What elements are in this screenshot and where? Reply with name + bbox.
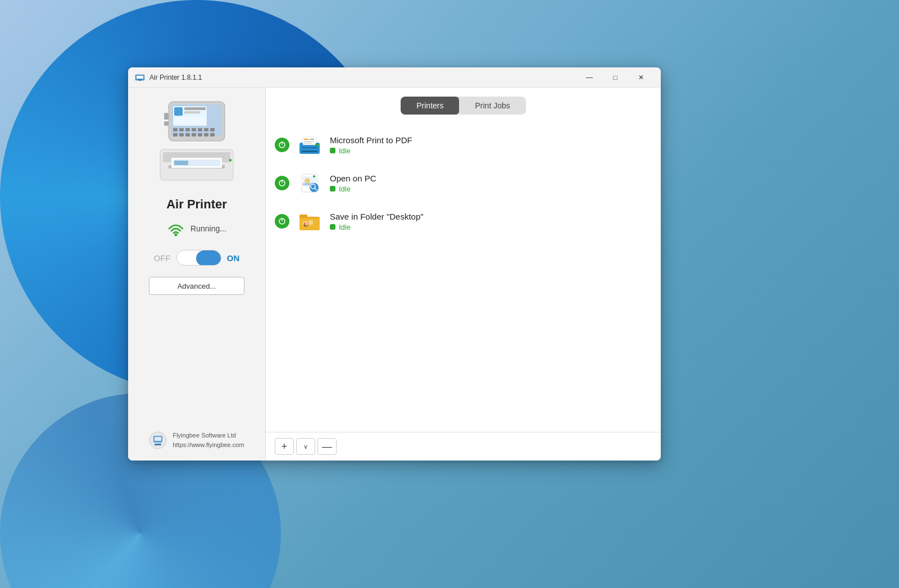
- status-dot-1: [330, 148, 335, 153]
- tab-printers[interactable]: Printers: [401, 97, 459, 115]
- svg-rect-25: [164, 113, 169, 120]
- svg-rect-20: [185, 133, 190, 136]
- footer-info: Flyingbee Software Ltd https://www.flyin…: [172, 431, 244, 449]
- printer-1-name: Microsoft Print to PDF: [330, 135, 652, 145]
- svg-rect-63: [299, 215, 307, 218]
- svg-rect-17: [210, 128, 215, 131]
- svg-rect-10: [174, 117, 206, 124]
- svg-text:🎉: 🎉: [302, 221, 309, 229]
- power-on-icon-3: [275, 214, 289, 229]
- pdf-printer-icon-container: [297, 133, 322, 157]
- printer-3-status-text: Idle: [339, 223, 351, 231]
- svg-text:●: ●: [229, 157, 232, 163]
- svg-rect-26: [164, 121, 169, 126]
- main-window: Air Printer 1.8.1.1 — □ ✕: [128, 67, 661, 461]
- window-controls: — □ ✕: [576, 67, 654, 88]
- printer-2-info: Open on PC Idle: [330, 174, 652, 193]
- svg-point-49: [315, 143, 319, 147]
- printer-1-status: Idle: [330, 147, 652, 155]
- svg-point-54: [305, 178, 310, 184]
- svg-rect-15: [198, 128, 202, 131]
- svg-rect-21: [192, 133, 196, 136]
- printer-3-status: Idle: [330, 223, 652, 231]
- tab-group: Printers Print Jobs: [401, 97, 525, 115]
- footer-url: https://www.flyingbee.com: [172, 440, 244, 450]
- printer-item[interactable]: Open on PC Idle: [266, 164, 661, 202]
- svg-rect-9: [184, 111, 200, 113]
- svg-rect-3: [139, 80, 141, 81]
- printer-illustration: ●: [152, 99, 242, 192]
- advanced-button[interactable]: Advanced...: [149, 277, 244, 295]
- svg-rect-16: [204, 128, 208, 131]
- window-title: Air Printer 1.8.1.1: [149, 74, 576, 81]
- toggle-thumb: [196, 250, 221, 266]
- svg-rect-12: [179, 128, 184, 131]
- svg-rect-13: [185, 128, 190, 131]
- maximize-button[interactable]: □: [602, 67, 628, 88]
- expand-button[interactable]: ∨: [296, 438, 315, 455]
- printer-3-info: Save in Folder "Desktop" Idle: [330, 212, 652, 231]
- svg-rect-8: [184, 107, 206, 110]
- footer-logo: [149, 431, 167, 449]
- svg-rect-1: [137, 76, 143, 79]
- svg-rect-22: [198, 133, 202, 136]
- minimize-button[interactable]: —: [576, 67, 602, 88]
- running-status: Running...: [190, 224, 226, 233]
- printer-1-info: Microsoft Print to PDF Idle: [330, 135, 652, 155]
- status-dot-2: [330, 186, 335, 192]
- toggle-on-label: ON: [227, 253, 240, 263]
- svg-point-59: [313, 175, 315, 177]
- title-bar: Air Printer 1.8.1.1 — □ ✕: [128, 67, 661, 88]
- svg-rect-14: [192, 128, 196, 131]
- close-button[interactable]: ✕: [628, 67, 654, 88]
- svg-rect-7: [174, 107, 183, 116]
- printer-2-name: Open on PC: [330, 174, 652, 183]
- svg-rect-45: [310, 139, 314, 140]
- svg-rect-37: [155, 437, 161, 441]
- right-panel: Printers Print Jobs: [266, 88, 661, 461]
- printer-2-status: Idle: [330, 185, 652, 193]
- svg-rect-11: [173, 128, 178, 131]
- svg-rect-38: [155, 444, 161, 445]
- printers-list: Microsoft Print to PDF Idle: [266, 121, 661, 432]
- power-on-icon: [275, 138, 289, 152]
- add-printer-button[interactable]: +: [275, 438, 294, 455]
- power-on-icon-2: [275, 176, 289, 190]
- printer-item[interactable]: Microsoft Print to PDF Idle: [266, 126, 661, 164]
- svg-rect-48: [302, 151, 317, 152]
- status-dot-3: [330, 224, 335, 230]
- footer-company: Flyingbee Software Ltd: [172, 431, 244, 440]
- printer-item[interactable]: 🎉 Save in Folder "Desktop" Idle: [266, 202, 661, 240]
- tabs-bar: Printers Print Jobs: [266, 88, 661, 121]
- left-footer: Flyingbee Software Ltd https://www.flyin…: [149, 431, 244, 449]
- wifi-status: Running...: [167, 221, 226, 236]
- folder-icon-container: 🎉: [297, 209, 322, 234]
- printer-svg: ●: [152, 99, 242, 192]
- openpc-icon-container: [297, 171, 322, 195]
- printer-1-status-text: Idle: [339, 147, 351, 155]
- printer-2-status-text: Idle: [339, 185, 351, 193]
- bottom-toolbar: + ∨ —: [266, 432, 661, 461]
- svg-rect-23: [204, 133, 208, 136]
- folder-icon: 🎉: [297, 209, 322, 234]
- svg-rect-2: [138, 79, 142, 80]
- left-panel: ● Air Printer Running... OFF: [128, 88, 266, 461]
- power-toggle[interactable]: [176, 250, 221, 266]
- remove-printer-button[interactable]: —: [317, 438, 337, 455]
- pdf-printer-icon: [297, 133, 322, 157]
- tab-print-jobs[interactable]: Print Jobs: [459, 97, 525, 115]
- svg-point-34: [175, 234, 178, 236]
- svg-rect-24: [210, 133, 215, 136]
- svg-rect-19: [179, 133, 184, 136]
- svg-rect-47: [304, 143, 312, 144]
- svg-rect-18: [173, 133, 178, 136]
- toggle-container: OFF ON: [154, 250, 240, 266]
- title-bar-icon: [135, 72, 145, 83]
- toggle-off-label: OFF: [154, 253, 171, 263]
- wifi-icon: [167, 221, 185, 236]
- svg-rect-46: [304, 141, 314, 142]
- printer-3-name: Save in Folder "Desktop": [330, 212, 652, 221]
- svg-rect-66: [308, 220, 313, 225]
- svg-rect-32: [174, 161, 188, 165]
- app-title: Air Printer: [166, 197, 227, 212]
